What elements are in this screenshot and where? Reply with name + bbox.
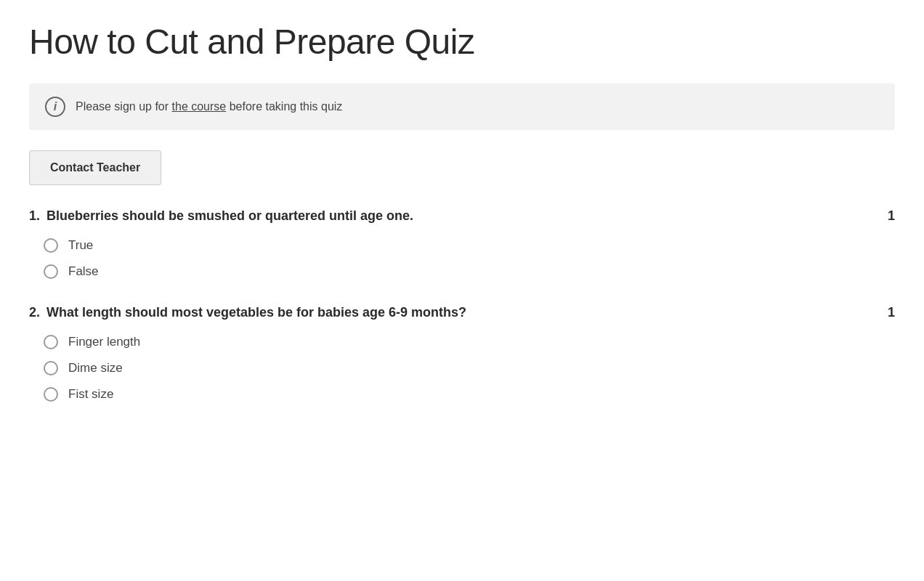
page-title: How to Cut and Prepare Quiz <box>29 22 895 62</box>
option-radio-q2_finger[interactable] <box>44 335 58 349</box>
course-link[interactable]: the course <box>172 100 227 113</box>
question-number-prefix-1: 1. <box>29 208 40 223</box>
option-item-2-2[interactable]: Dime size <box>44 361 895 375</box>
option-label-q2_fist: Fist size <box>68 387 113 402</box>
questions-container: 1. Blueberries should be smushed or quar… <box>29 208 895 402</box>
options-list-2: Finger lengthDime sizeFist size <box>29 335 895 402</box>
option-radio-q2_fist[interactable] <box>44 387 58 402</box>
info-text-before-link: Please sign up for <box>76 100 172 113</box>
option-item-2-3[interactable]: Fist size <box>44 387 895 402</box>
option-radio-q1_false[interactable] <box>44 264 58 279</box>
options-list-1: TrueFalse <box>29 238 895 279</box>
question-points-1: 1 <box>888 208 895 224</box>
option-radio-q1_true[interactable] <box>44 238 58 253</box>
question-header-1: 1. Blueberries should be smushed or quar… <box>29 208 895 224</box>
option-label-q1_false: False <box>68 264 99 279</box>
option-item-1-2[interactable]: False <box>44 264 895 279</box>
info-banner: i Please sign up for the course before t… <box>29 84 895 130</box>
option-item-1-1[interactable]: True <box>44 238 895 253</box>
question-number-prefix-2: 2. <box>29 305 40 320</box>
info-text-after-link: before taking this quiz <box>226 100 342 113</box>
option-label-q1_true: True <box>68 238 93 253</box>
question-text-2: 2. What length should most vegetables be… <box>29 305 466 320</box>
contact-teacher-button[interactable]: Contact Teacher <box>29 150 161 185</box>
option-radio-q2_dime[interactable] <box>44 361 58 375</box>
question-text-1: 1. Blueberries should be smushed or quar… <box>29 208 413 224</box>
option-label-q2_dime: Dime size <box>68 361 123 375</box>
info-icon: i <box>45 97 65 117</box>
option-label-q2_finger: Finger length <box>68 335 140 349</box>
question-block-1: 1. Blueberries should be smushed or quar… <box>29 208 895 279</box>
info-banner-text: Please sign up for the course before tak… <box>76 100 342 113</box>
question-header-2: 2. What length should most vegetables be… <box>29 305 895 320</box>
question-block-2: 2. What length should most vegetables be… <box>29 305 895 402</box>
question-points-2: 1 <box>888 305 895 320</box>
option-item-2-1[interactable]: Finger length <box>44 335 895 349</box>
